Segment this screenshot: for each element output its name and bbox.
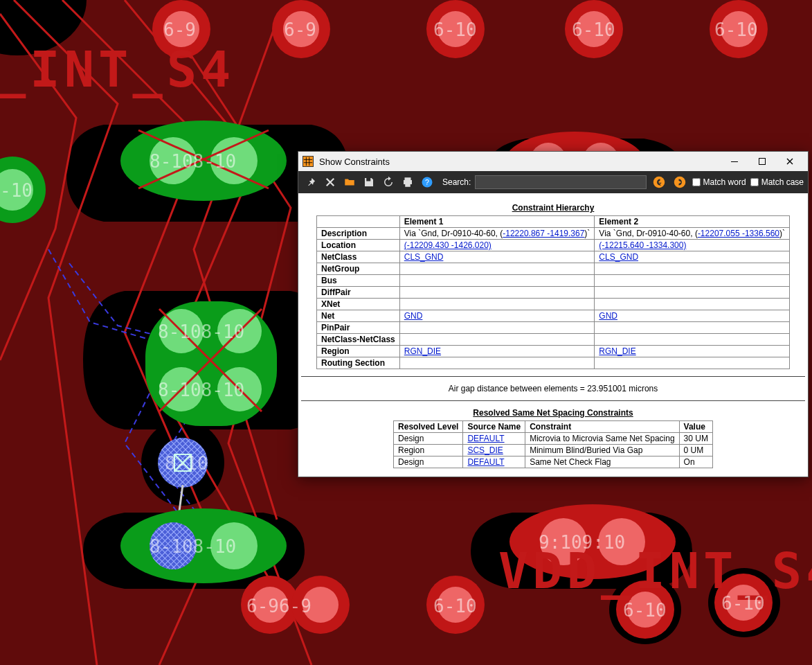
cell-source: DEFAULT <box>463 456 525 468</box>
res-col-level: Resolved Level <box>394 421 463 433</box>
cell-element2 <box>595 275 790 287</box>
row-label: NetClass <box>317 251 400 263</box>
row-label: NetClass-NetClass <box>317 334 400 346</box>
cell-constraint: Microvia to Microvia Same Net Spacing <box>525 433 679 445</box>
match-case-checkbox[interactable]: Match case <box>750 177 804 187</box>
cell-constraint: Minimum Blind/Buried Via Gap <box>525 445 679 456</box>
maximize-button[interactable] <box>748 152 776 171</box>
svg-rect-59 <box>304 157 312 166</box>
search-input[interactable] <box>475 175 646 189</box>
cell-element2: Via `Gnd, Dr-0910-40-60, (-12207.055 -13… <box>595 228 790 240</box>
show-constraints-dialog: Show Constraints ? Search: Match word Ma… <box>298 151 809 477</box>
cell-element2: CLS_GND <box>595 251 790 263</box>
cell-element1: Via `Gnd, Dr-0910-40-60, (-12220.867 -14… <box>399 228 595 240</box>
cell-element1 <box>399 357 595 369</box>
table-row: RegionSCS_DIEMinimum Blind/Buried Via Ga… <box>394 445 713 456</box>
link[interactable]: GND <box>599 311 617 321</box>
cell-element2: GND <box>595 310 790 322</box>
row-label: NetGroup <box>317 263 400 275</box>
table-row: Location(-12209.430 -1426.020)(-12215.64… <box>317 240 790 251</box>
close-button[interactable] <box>776 152 804 171</box>
source-link[interactable]: DEFAULT <box>467 434 504 443</box>
table-row: RegionRGN_DIERGN_DIE <box>317 346 790 357</box>
airgap-note: Air gap distance between elements = 23.9… <box>301 384 805 393</box>
source-link[interactable]: SCS_DIE <box>467 445 503 455</box>
cell-source: SCS_DIE <box>463 445 525 456</box>
cell-element1 <box>399 322 595 334</box>
toolbar: ? Search: Match word Match case <box>298 171 808 193</box>
refresh-icon[interactable] <box>380 174 397 190</box>
pad-label: 8-108-10 <box>150 536 236 557</box>
table-row: DesignDEFAULTSame Net Check FlagOn <box>394 456 713 468</box>
dialog-content: Constraint Hierarchy Element 1 Element 2… <box>298 193 808 477</box>
pad-label: 6-9 <box>284 19 316 40</box>
res-col-constraint: Constraint <box>525 421 679 433</box>
cell-level: Region <box>394 445 463 456</box>
pad-label: 6-10 <box>433 19 477 40</box>
delete-icon[interactable] <box>322 174 339 190</box>
cell-value: 30 UM <box>679 433 712 445</box>
row-label: PinPair <box>317 322 400 334</box>
link[interactable]: (-12215.640 -1334.300) <box>599 240 686 250</box>
pad-label: 6-10 <box>623 600 667 621</box>
table-row: Routing Section <box>317 357 790 369</box>
open-folder-icon[interactable] <box>341 174 358 190</box>
cell-element1 <box>399 275 595 287</box>
cell-source: DEFAULT <box>463 433 525 445</box>
hier-col-element2: Element 2 <box>595 216 790 228</box>
net-label-top: _INT_S4 <box>0 40 235 98</box>
table-row: DesignDEFAULTMicrovia to Microvia Same N… <box>394 433 713 445</box>
link[interactable]: RGN_DIE <box>404 346 441 356</box>
cell-element2: (-12215.640 -1334.300) <box>595 240 790 251</box>
pad-label: 8-108-10 <box>158 321 244 342</box>
table-row: PinPair <box>317 322 790 334</box>
svg-rect-60 <box>731 161 738 162</box>
cell-element2 <box>595 299 790 310</box>
link[interactable]: RGN_DIE <box>599 346 635 356</box>
row-label: Routing Section <box>317 357 400 369</box>
cell-element1: RGN_DIE <box>399 346 595 357</box>
pin-icon[interactable] <box>303 174 319 190</box>
titlebar[interactable]: Show Constraints <box>298 152 808 171</box>
pad-label: 6-10 <box>714 19 758 40</box>
row-label: Description <box>317 228 400 240</box>
table-row: DescriptionVia `Gnd, Dr-0910-40-60, (-12… <box>317 228 790 240</box>
table-row: XNet <box>317 299 790 310</box>
cell-element2: RGN_DIE <box>595 346 790 357</box>
row-label: XNet <box>317 299 400 310</box>
row-label: Net <box>317 310 400 322</box>
link[interactable]: -12207.055 -1336.560 <box>698 229 779 238</box>
cell-element1 <box>399 334 595 346</box>
pad-label: 6-10 <box>721 593 765 614</box>
print-icon[interactable] <box>399 174 416 190</box>
link[interactable]: CLS_GND <box>599 252 638 262</box>
pad-label: 9:109:10 <box>539 532 625 553</box>
resolved-constraints-title: Resolved Same Net Spacing Constraints <box>301 408 805 418</box>
row-label: Location <box>317 240 400 251</box>
hier-col-blank <box>317 216 400 228</box>
cell-value: On <box>679 456 712 468</box>
link[interactable]: -12220.867 -1419.367 <box>503 229 584 238</box>
svg-point-65 <box>674 177 685 188</box>
link[interactable]: CLS_GND <box>404 252 444 262</box>
constraint-hierarchy-table: Element 1 Element 2 DescriptionVia `Gnd,… <box>316 215 790 369</box>
match-word-checkbox[interactable]: Match word <box>692 177 746 187</box>
table-row: NetGNDGND <box>317 310 790 322</box>
link[interactable]: (-12209.430 -1426.020) <box>404 240 491 250</box>
cell-element1: GND <box>399 310 595 322</box>
pad-label: 8-108-10 <box>158 380 244 400</box>
link[interactable]: GND <box>404 311 423 321</box>
cell-element2 <box>595 357 790 369</box>
search-prev-icon[interactable] <box>651 174 667 190</box>
dialog-title: Show Constraints <box>319 157 715 167</box>
table-row: Bus <box>317 275 790 287</box>
cell-element2 <box>595 322 790 334</box>
help-icon[interactable]: ? <box>419 174 435 190</box>
source-link[interactable]: DEFAULT <box>467 457 504 467</box>
cell-element2 <box>595 287 790 299</box>
table-row: NetClass-NetClass <box>317 334 790 346</box>
search-next-icon[interactable] <box>671 174 688 190</box>
svg-text:?: ? <box>425 178 429 186</box>
minimize-button[interactable] <box>721 152 748 171</box>
save-icon[interactable] <box>361 174 377 190</box>
